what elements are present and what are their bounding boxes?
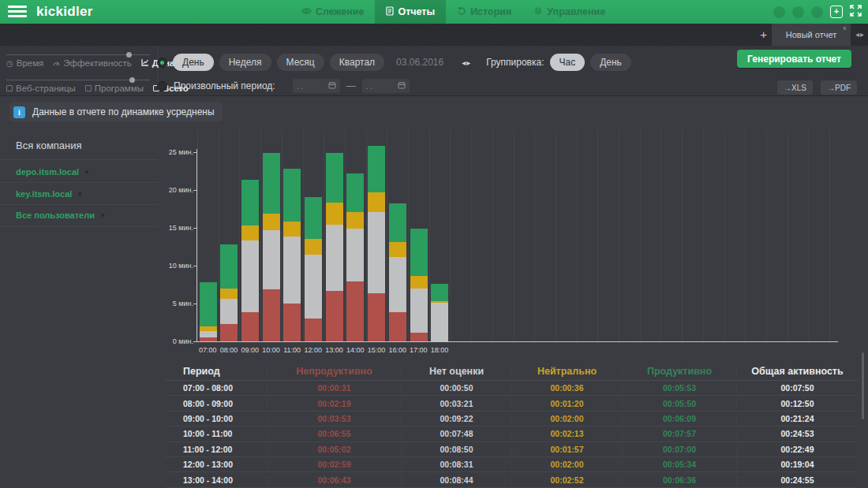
history-icon [457,6,466,18]
table-cell: 00:09:22 [401,414,511,423]
bar-segment-Непродуктивно[interactable] [220,324,238,341]
generate-report-button[interactable]: Генерировать отчет [737,50,851,68]
bar-segment-Нейтрально[interactable] [305,239,322,254]
bar-segment-Нет оценки[interactable] [410,289,428,333]
bar-segment-Продуктивно[interactable] [326,153,343,203]
status-dot-icon[interactable] [773,6,785,18]
table-cell: 00:00:50 [401,383,511,393]
bar-segment-Нейтрально[interactable] [263,214,280,230]
bar-segment-Нейтрально[interactable] [241,225,259,240]
nav-item-management[interactable]: Управление [522,0,616,24]
bar-segment-Непродуктивно[interactable] [410,333,428,341]
new-window-icon[interactable]: + [830,6,843,18]
grouping-day-button[interactable]: День [590,54,631,71]
bar-segment-Продуктивно[interactable] [241,180,259,226]
custom-period-radio[interactable] [157,81,167,91]
gridline [514,130,514,341]
bar-segment-Нейтрально[interactable] [200,326,217,331]
bar-segment-Продуктивно[interactable] [220,244,238,289]
add-report-tab-button[interactable]: + [760,28,767,41]
custom-period-end-input[interactable]: . . [362,79,410,93]
bar-segment-Непродуктивно[interactable] [368,293,385,341]
custom-period-start-input[interactable]: . . [293,79,340,93]
bar-segment-Непродуктивно[interactable] [346,281,364,341]
report-date-value[interactable]: 03.06.2016 [396,57,443,68]
bar-segment-Непродуктивно[interactable] [389,312,406,341]
table-cell: 00:07:48 [401,429,511,438]
bar-segment-Непродуктивно[interactable] [283,304,301,341]
bar-segment-Непродуктивно[interactable] [200,337,217,341]
bar-segment-Непродуктивно[interactable] [241,312,259,341]
bar-segment-Нет оценки[interactable] [241,240,259,311]
bar-segment-Нет оценки[interactable] [220,299,238,324]
table-scrollbar[interactable] [862,352,864,419]
status-dot-icon[interactable] [811,6,823,18]
filter-efficiency[interactable]: Эффективность [53,58,131,68]
bar-segment-Продуктивно[interactable] [431,284,448,301]
table-row: 11:00 - 12:0000:05:0200:08:5000:01:5700:… [166,442,858,457]
tab-scroll-arrows[interactable]: ◂▸ [855,30,865,39]
bar-segment-Продуктивно[interactable] [305,197,322,239]
status-dot-icon[interactable] [792,6,804,18]
period-day-button[interactable]: День [173,54,214,71]
info-note: i Данные в отчете по динамике усреднены [9,102,223,121]
table-cell: 00:19:04 [736,460,858,469]
bar-segment-Нейтрально[interactable] [220,289,238,299]
bar-segment-Непродуктивно[interactable] [305,319,322,341]
report-type-slider[interactable] [6,52,150,58]
bar-segment-Нет оценки[interactable] [368,212,385,293]
export-xls-button[interactable]: →XLS [777,80,813,95]
bar-segment-Нет оценки[interactable] [389,257,406,311]
nav-item-tracking[interactable]: Слежение [290,0,375,24]
sidebar-item-depo[interactable]: depo.itsm.local▼ [16,167,90,177]
date-stepper-arrows[interactable]: ◂▸ [462,58,471,67]
table-row: 12:00 - 13:0000:02:5900:08:3100:02:0000:… [166,457,858,472]
period-quarter-button[interactable]: Квартал [330,54,384,71]
bar-segment-Продуктивно[interactable] [283,169,301,222]
bar-segment-Нет оценки[interactable] [200,331,217,337]
bar-segment-Продуктивно[interactable] [200,282,217,327]
export-pdf-button[interactable]: →PDF [821,80,857,95]
filter-webpages[interactable]: Веб-страницы [6,84,76,93]
bar-segment-Продуктивно[interactable] [263,153,280,213]
menu-icon[interactable] [8,6,27,18]
bar-segment-Нейтрально[interactable] [283,222,301,237]
grouping-hour-button[interactable]: Час [550,54,586,71]
bar-segment-Нет оценки[interactable] [283,237,301,304]
bar-segment-Нейтрально[interactable] [410,276,428,288]
bar-segment-Нейтрально[interactable] [389,242,406,257]
filter-programs[interactable]: Программы [85,84,144,93]
table-cell: 00:06:55 [267,429,401,438]
tab-new-report[interactable]: Новый отчет × [772,24,851,46]
bar-segment-Нет оценки[interactable] [431,303,448,341]
bar-segment-Непродуктивно[interactable] [326,291,343,341]
preset-period-radio[interactable] [157,58,167,68]
bar-segment-Продуктивно[interactable] [346,173,364,212]
bar-segment-Непродуктивно[interactable] [263,289,280,341]
filter-time[interactable]: ◷ Время [6,58,43,68]
period-month-button[interactable]: Месяц [277,54,324,71]
nav-item-reports[interactable]: Отчеты [375,0,446,24]
bar-segment-Нейтрально[interactable] [431,301,448,303]
period-week-button[interactable]: Неделя [219,54,271,71]
close-icon[interactable]: × [843,24,847,32]
bar-segment-Продуктивно[interactable] [410,229,428,276]
bar-segment-Нет оценки[interactable] [326,225,343,291]
bar-segment-Нет оценки[interactable] [263,230,280,289]
fullscreen-icon[interactable] [850,5,862,19]
bar-segment-Продуктивно[interactable] [368,146,385,192]
scope-slider[interactable] [6,77,150,83]
bar-segment-Нейтрально[interactable] [368,192,385,212]
bar-segment-Нейтрально[interactable] [326,203,343,224]
sidebar-item-key[interactable]: key.itsm.local▼ [16,189,83,199]
calendar-icon [398,81,406,91]
y-tick [193,152,197,153]
table-cell: 08:00 - 09:00 [166,399,267,408]
nav-item-history[interactable]: История [446,0,522,24]
bar-segment-Продуктивно[interactable] [389,203,406,242]
bar-segment-Нейтрально[interactable] [346,212,364,229]
bar-segment-Нет оценки[interactable] [346,229,364,281]
table-cell: 00:24:53 [736,429,858,438]
bar-segment-Нет оценки[interactable] [305,255,322,319]
sidebar-item-all-users[interactable]: Все пользователи▼ [16,210,106,220]
